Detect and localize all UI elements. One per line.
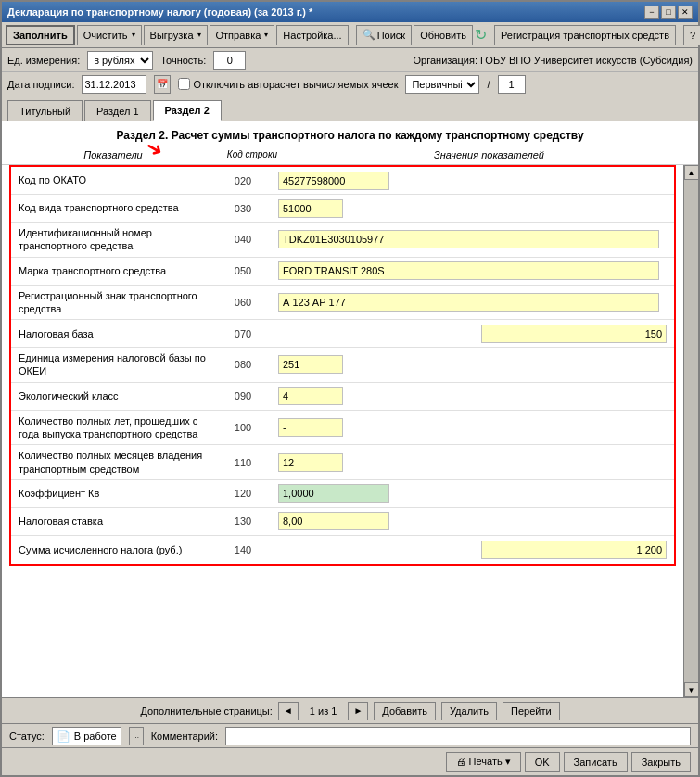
precision-input[interactable] (213, 51, 246, 70)
table-row: Налоговая база 070 (11, 320, 674, 348)
table-row: Код вида транспортного средства 030 (11, 195, 674, 223)
input-100[interactable] (278, 418, 343, 437)
col-indicators: Показатели (11, 147, 215, 162)
row-code-090: 090 (215, 387, 271, 405)
row-label-110: Количество полных месяцев владения транс… (11, 445, 215, 479)
save-button[interactable]: Записать (564, 752, 628, 772)
clear-button[interactable]: Очистить ▾ (77, 25, 142, 45)
table-row: Регистрационный знак транспортного средс… (11, 286, 674, 321)
row-value-090 (271, 384, 674, 408)
title-bar-buttons: − □ ✕ (644, 6, 693, 19)
search-icon: 🔍 (363, 29, 375, 41)
main-window: Декларация по транспортному налогу (годо… (0, 0, 700, 777)
input-050[interactable] (278, 261, 659, 280)
input-130[interactable] (278, 512, 389, 530)
comment-input[interactable] (225, 727, 691, 745)
row-code-070: 070 (215, 325, 271, 343)
input-020[interactable] (278, 172, 389, 190)
row-code-060: 060 (215, 293, 271, 312)
next-page-button[interactable]: ► (348, 702, 368, 720)
row-label-070: Налоговая база (11, 324, 215, 344)
doc-icon: 📄 (57, 730, 70, 743)
row-value-070 (271, 322, 674, 346)
row-label-100: Количество полных лет, прошедших с года … (11, 411, 215, 445)
close-window-button[interactable]: Закрыть (631, 752, 691, 772)
row-value-080 (271, 352, 674, 376)
row-label-140: Сумма исчисленного налога (руб.) (11, 540, 215, 560)
print-button[interactable]: 🖨 Печать ▾ (446, 752, 521, 772)
tab-titulny[interactable]: Титульный (7, 100, 83, 121)
input-090[interactable] (278, 387, 343, 405)
send-arrow-icon: ▾ (264, 31, 268, 39)
scroll-track[interactable] (684, 180, 699, 682)
input-030[interactable] (278, 199, 343, 218)
settings-button[interactable]: Настройка... (276, 25, 348, 45)
row-label-050: Марка транспортного средства (11, 261, 215, 281)
fill-button[interactable]: Заполнить (6, 25, 75, 45)
maximize-button[interactable]: □ (661, 6, 676, 19)
register-button[interactable]: Регистрация транспортных средств (494, 25, 676, 45)
scroll-up-button[interactable]: ▲ (684, 165, 699, 180)
date-input[interactable] (82, 75, 146, 94)
table-row: Количество полных лет, прошедших с года … (11, 411, 674, 446)
autocalc-checkbox[interactable] (178, 78, 190, 90)
table-row: Марка транспортного средства 050 (11, 258, 674, 286)
minimize-button[interactable]: − (644, 6, 659, 19)
go-page-button[interactable]: Перейти (503, 702, 560, 720)
help-button[interactable]: ? (683, 25, 700, 45)
table-row: Единица измерения налоговой базы по ОКЕИ… (11, 348, 674, 383)
content-area: Раздел 2. Расчет суммы транспортного нал… (2, 121, 698, 723)
input-060[interactable] (278, 293, 659, 312)
input-120[interactable] (278, 484, 389, 503)
tab-razdel1[interactable]: Раздел 1 (84, 100, 151, 121)
input-080[interactable] (278, 355, 343, 374)
col-values: Значения показателей (289, 147, 689, 162)
refresh-button[interactable]: Обновить (414, 25, 473, 45)
tab-razdel2[interactable]: Раздел 2 (153, 100, 222, 121)
comment-label: Комментарий: (151, 731, 218, 742)
add-page-button[interactable]: Добавить (374, 702, 436, 720)
export-button[interactable]: Выгрузка ▾ (144, 25, 208, 45)
primary-select[interactable]: Первичный (405, 75, 479, 94)
unit-label: Ед. измерения: (7, 55, 80, 66)
row-label-130: Налоговая ставка (11, 511, 215, 531)
refresh-icon[interactable]: ↻ (475, 26, 487, 44)
ok-button[interactable]: OK (525, 752, 560, 772)
row-code-120: 120 (215, 484, 271, 503)
input-140[interactable] (481, 541, 667, 559)
send-button[interactable]: Отправка ▾ (210, 25, 275, 45)
table-row: Сумма исчисленного налога (руб.) 140 (11, 536, 674, 564)
unit-select[interactable]: в рублях (87, 51, 153, 70)
prev-page-button[interactable]: ◄ (278, 702, 299, 720)
printer-icon: 🖨 (456, 756, 466, 767)
row-code-040: 040 (215, 230, 271, 248)
status-value: 📄 В работе (52, 727, 121, 745)
autocalc-label[interactable]: Отключить авторасчет вычисляемых ячеек (178, 78, 398, 90)
row-label-090: Экологический класс (11, 386, 215, 406)
window-title: Декларация по транспортному налогу (годо… (7, 6, 312, 18)
table-row: Количество полных месяцев владения транс… (11, 445, 674, 480)
search-button[interactable]: 🔍 Поиск (356, 25, 412, 45)
calendar-button[interactable]: 📅 (154, 75, 171, 94)
status-dots-button[interactable]: ... (129, 727, 144, 745)
input-070[interactable] (481, 325, 667, 343)
delete-page-button[interactable]: Удалить (441, 702, 497, 720)
input-110[interactable] (278, 453, 343, 472)
input-040[interactable] (278, 230, 659, 248)
org-text: Организация: ГОБУ ВПО Университет искусс… (414, 55, 693, 66)
row-code-130: 130 (215, 512, 271, 530)
tabs-bar: Титульный Раздел 1 Раздел 2 (2, 96, 698, 121)
close-button[interactable]: ✕ (678, 6, 693, 19)
row-value-140 (271, 538, 674, 562)
scrollbar[interactable]: ▲ ▼ (683, 165, 698, 697)
num-input[interactable] (498, 75, 526, 94)
slash-separator: / (487, 79, 490, 90)
export-arrow-icon: ▾ (197, 31, 201, 39)
bottom-nav: Дополнительные страницы: ◄ 1 из 1 ► Доба… (2, 697, 698, 723)
row-code-100: 100 (215, 418, 271, 437)
date-bar: Дата подписи: 📅 Отключить авторасчет выч… (2, 72, 698, 96)
red-border-section: Код по ОКАТО 020 Код вида транспортного … (9, 165, 676, 566)
precision-label: Точность: (160, 55, 206, 66)
row-value-130 (271, 509, 674, 533)
scroll-down-button[interactable]: ▼ (684, 682, 699, 697)
